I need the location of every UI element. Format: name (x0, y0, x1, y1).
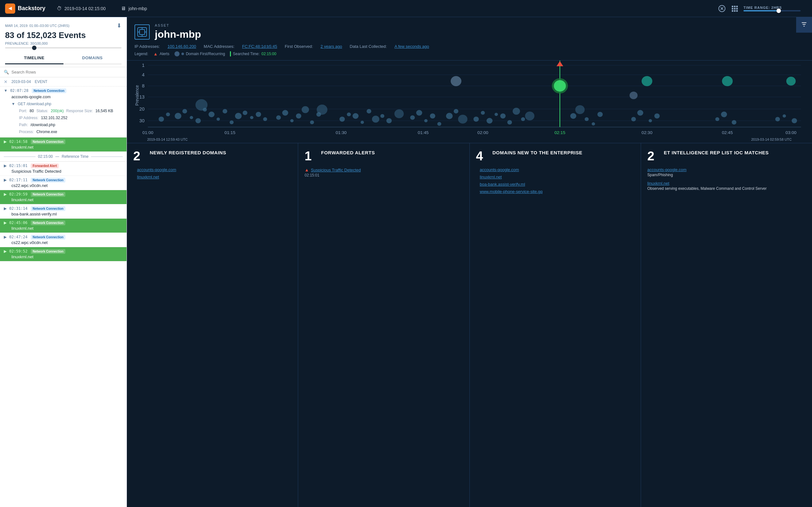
timeline-date-header: ✕ 2019-03-04 EVENT (0, 77, 126, 87)
size-label: Response Size: (66, 109, 93, 113)
card-items-1: accounts-qoogle.com linuxkrnl.net (133, 167, 292, 179)
port-label: Port: (19, 109, 27, 113)
svg-point-75 (446, 113, 453, 119)
svg-point-65 (367, 109, 371, 113)
timeline-chart[interactable]: 1 4 8 13 20 30 (135, 60, 804, 136)
timeline-row: ▶ 02:31:14 Network Connection (4, 206, 123, 211)
collapse-icon[interactable]: ✕ (4, 79, 8, 84)
card-et-intelligence: 2 ET INTELLIGENCE REP LIST IOC MATCHES a… (641, 143, 812, 507)
timeline-item-expanded: ▼ 02:07:28 Network Connection accounts-q… (0, 87, 126, 137)
alert-link[interactable]: Suspicious Traffic Detected (311, 168, 361, 172)
svg-point-40 (190, 116, 193, 119)
svg-point-43 (208, 112, 214, 117)
chart-date-end: 2019-03-14 02:59:58 UTC (751, 137, 792, 141)
timeline-item-alert[interactable]: ▶ 02:15:01 Forwarded Alert Suspicious Tr… (0, 162, 126, 176)
domain-text: linuxkrnl.net (4, 226, 123, 231)
svg-point-81 (495, 113, 498, 116)
chart-container[interactable]: 1 4 8 13 20 30 (127, 60, 812, 143)
list-item: linuxkrnl.net (137, 175, 292, 179)
svg-rect-4 (734, 6, 735, 7)
ioc-link-2[interactable]: linuxkrnl.net (647, 181, 669, 186)
asset-header: ASSET john-mbp IP Addresses: 100.146.60.… (127, 17, 812, 60)
domain-link[interactable]: boa-bank.assist-verify.ml (480, 182, 525, 187)
timeline-item-highlighted-4[interactable]: ▶ 02:59:52 Network Connection linuxkrnl.… (0, 247, 126, 262)
svg-point-86 (525, 112, 535, 120)
ip-address-link[interactable]: 100.146.60.200 (167, 44, 196, 49)
mac-address-link[interactable]: FC:FC:48:1d:b5:45 (242, 44, 277, 49)
domain-link[interactable]: www.mobile-phone-service-site.gq (480, 189, 543, 194)
domain-link[interactable]: linuxkrnl.net (137, 175, 159, 179)
timeline-item-normal-1[interactable]: ▶ 02:17:11 Network Connection cs22.wpc.v… (0, 176, 126, 190)
data-collected-value[interactable]: A few seconds ago (395, 44, 429, 49)
svg-point-54 (282, 110, 288, 116)
svg-point-87 (451, 76, 461, 86)
svg-point-53 (276, 115, 281, 120)
timeline-item-highlighted-1[interactable]: ▶ 02:14:58 Network Connection linuxkrnl.… (0, 137, 126, 152)
card-number-1: 2 (133, 150, 145, 162)
tab-domains[interactable]: DOMAINS (63, 52, 122, 64)
card-header-3: 4 DOMAINS NEW TO THE ENTERPRISE (476, 150, 635, 162)
expand-arrow-icon[interactable]: ▶ (4, 164, 7, 168)
timeline-item-normal-3[interactable]: ▶ 02:47:24 Network Connection cs22.wpc.v… (0, 233, 126, 247)
card-header-4: 2 ET INTELLIGENCE REP LIST IOC MATCHES (647, 150, 806, 162)
close-button[interactable] (718, 5, 726, 12)
expand-arrow-icon[interactable]: ▶ (4, 235, 7, 239)
expand-arrow-icon[interactable]: ▶ (4, 192, 7, 196)
tab-timeline[interactable]: TIMELINE (5, 52, 63, 64)
svg-text:01:00: 01:00 (142, 130, 153, 135)
prevalence-slider[interactable] (5, 47, 121, 49)
svg-point-78 (473, 117, 479, 122)
badge-network: Network Connection (31, 178, 65, 182)
filter-button[interactable] (796, 17, 812, 33)
chart-date-labels: 2019-03-14 12:59:43 UTC 2019-03-14 02:59… (135, 137, 804, 141)
timeline-item-normal-2[interactable]: ▶ 02:31:14 Network Connection boa-bank.a… (0, 205, 126, 219)
svg-point-73 (430, 113, 435, 118)
time-range-label: TIME RANGE: 2HRS (744, 6, 807, 9)
timeline-row: ▶ 02:45:06 Network Connection (4, 221, 123, 225)
brand-logo[interactable]: ◄ Backstory (5, 3, 45, 14)
cards-row: 2 NEWLY REGISTERED DOMAINS accounts-qoog… (127, 143, 812, 507)
svg-marker-35 (557, 61, 563, 66)
expand-arrow-icon[interactable]: ▶ (4, 206, 7, 211)
download-icon[interactable]: ⬇ (117, 22, 121, 29)
svg-point-77 (458, 115, 467, 124)
legend-row: Legend: ▲ Alerts Domain First/Recurring … (135, 51, 804, 56)
svg-point-57 (302, 106, 309, 113)
ioc-link-1[interactable]: accounts-qoogle.com (647, 167, 687, 172)
events-count: 83 of 152,023 Events (5, 31, 121, 40)
first-observed-value[interactable]: 2 years ago (321, 44, 342, 49)
domain-text: cs22.wpc.v0cdn.net (4, 240, 123, 245)
timeline-item-highlighted-2[interactable]: ▶ 02:29:59 Network Connection linuxkrnl.… (0, 190, 126, 205)
grid-button[interactable] (731, 5, 739, 12)
expand-arrow-icon[interactable]: ▶ (4, 178, 7, 182)
domain-link[interactable]: accounts-qoogle.com (137, 167, 176, 172)
domain-link[interactable]: accounts-qoogle.com (480, 167, 519, 172)
domain-text: Suspicious Traffic Detected (4, 169, 123, 174)
nav-asset[interactable]: 🖥 john-mbp (117, 4, 151, 13)
first-observed-label: First Observed: (285, 44, 313, 49)
prevalence-thumb[interactable] (32, 46, 37, 50)
expand-arrow-icon[interactable]: ▶ (4, 249, 7, 253)
ioc-desc-2: Observed serving executables, Malware Co… (647, 186, 806, 191)
svg-point-41 (195, 118, 201, 123)
search-input[interactable] (11, 70, 123, 74)
collapse-arrow-icon[interactable]: ▼ (4, 89, 8, 93)
badge-network-connection: Network Connection (32, 89, 66, 93)
detail-row-process: Process: Chrome.exe (4, 128, 123, 135)
time-range-thumb[interactable] (776, 9, 781, 13)
svg-point-38 (175, 113, 182, 119)
svg-rect-3 (732, 6, 733, 7)
badge-network: Network Connection (31, 139, 65, 144)
domain-link[interactable]: linuxkrnl.net (480, 175, 502, 179)
svg-text:4: 4 (142, 72, 144, 77)
svg-point-64 (361, 121, 364, 124)
ip-addresses-label: IP Addresses: (135, 44, 160, 49)
timeline-item-highlighted-3[interactable]: ▶ 02:45:06 Network Connection linuxkrnl.… (0, 219, 126, 233)
expand-arrow-icon[interactable]: ▶ (4, 221, 7, 225)
svg-point-76 (454, 109, 458, 113)
expand-arrow-icon[interactable]: ▶ (4, 139, 7, 144)
svg-point-106 (775, 117, 780, 121)
timeline-row: ▶ 02:47:24 Network Connection (4, 235, 123, 239)
nav-timestamp[interactable]: ⏱ 2019-03-14 02:15:00 (53, 4, 109, 13)
time-range-slider[interactable] (744, 10, 801, 11)
